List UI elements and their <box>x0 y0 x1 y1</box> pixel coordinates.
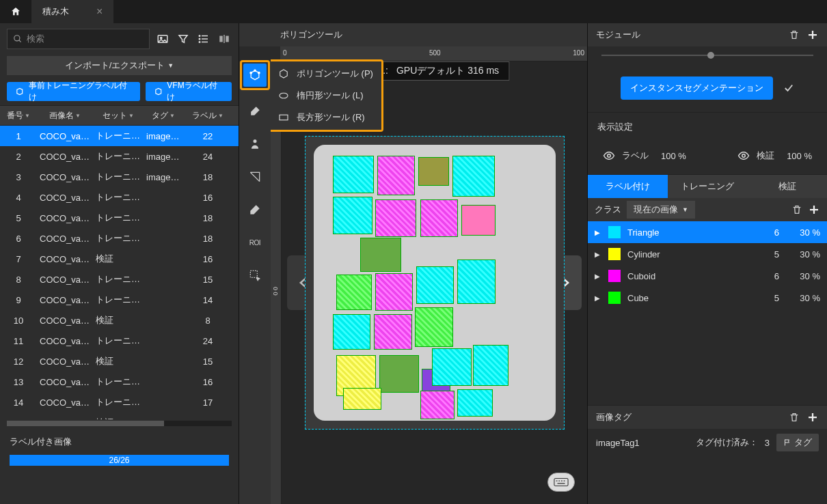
col-set[interactable]: セット▼ <box>93 110 144 122</box>
class-header: クラス 現在の画像 ▼ <box>588 198 827 221</box>
table-row[interactable]: 14COCO_va…トレーニ…17 <box>0 392 239 412</box>
svg-point-3 <box>199 36 200 37</box>
chevron-right-icon: ▶ <box>595 251 601 258</box>
tag-button[interactable]: タグ <box>776 434 819 451</box>
pretrain-label-button[interactable]: 事前トレーニングラベル付け <box>7 82 140 101</box>
module-chip[interactable]: インスタンスセグメンテーション <box>621 76 773 100</box>
table-row[interactable]: 9COCO_va…トレーニ…14 <box>0 290 239 310</box>
table-row[interactable]: 8COCO_va…トレーニ…15 <box>0 269 239 290</box>
tab-label[interactable]: ラベル付け <box>588 175 668 198</box>
polygon-icon <box>154 87 163 96</box>
project-tab[interactable]: 積み木 × <box>31 0 113 23</box>
svg-rect-10 <box>280 115 288 120</box>
class-row[interactable]: ▶Cube530 % <box>588 287 827 309</box>
table-row[interactable]: 10COCO_va…検証8 <box>0 310 239 331</box>
ellipse-icon <box>277 89 290 102</box>
project-tab-label: 積み木 <box>42 5 69 18</box>
keyboard-icon[interactable] <box>547 473 575 492</box>
color-swatch <box>608 292 621 304</box>
close-tab-icon[interactable]: × <box>96 5 103 18</box>
mode-tabs: ラベル付け トレーニング 検証 <box>588 174 827 198</box>
polygon-icon <box>15 87 25 96</box>
search-input[interactable]: 検索 <box>7 29 150 49</box>
popup-ellipse-tool[interactable]: 楕円形ツール (L) <box>271 85 381 107</box>
col-num[interactable]: 番号▼ <box>0 110 37 122</box>
display-label-toggle[interactable]: ラベル 100 % <box>603 150 686 162</box>
vfm-label-button[interactable]: VFMラベル付け <box>146 82 232 101</box>
polygon-tool[interactable] <box>243 64 267 87</box>
table-row[interactable]: 5COCO_va…トレーニ…18 <box>0 208 239 228</box>
list-icon[interactable] <box>196 31 211 46</box>
brush-tool[interactable] <box>243 100 267 123</box>
table-row[interactable]: 11COCO_va…トレーニ…24 <box>0 331 239 351</box>
home-button[interactable] <box>0 0 31 23</box>
center-panel: ポリゴンツール 0 500 100 ポリゴンツール (P) <box>239 23 588 504</box>
horizontal-scrollbar[interactable] <box>7 421 232 426</box>
image-canvas[interactable] <box>305 136 565 430</box>
color-swatch <box>608 270 621 282</box>
svg-point-11 <box>254 139 257 143</box>
image-tag-row[interactable]: imageTag1 タグ付け済み： 3 タグ <box>588 429 827 456</box>
plus-icon[interactable] <box>808 204 820 216</box>
right-panel: モジュール インスタンスセグメンテーション 表示設定 ラベル 100 % <box>588 23 827 504</box>
col-label[interactable]: ラベル▼ <box>183 110 232 122</box>
image-table-body[interactable]: 1COCO_va…トレーニ…image…222COCO_va…トレーニ…imag… <box>0 126 239 419</box>
svg-point-0 <box>14 36 20 41</box>
trash-icon[interactable] <box>791 204 802 215</box>
center-header: ポリゴンツール <box>239 23 587 46</box>
image-tag-header: 画像タグ <box>588 406 827 429</box>
table-row[interactable]: 4COCO_va…トレーニ…16 <box>0 187 239 208</box>
table-row[interactable]: 7COCO_va…検証16 <box>0 249 239 269</box>
tab-verify[interactable]: 検証 <box>747 175 827 198</box>
svg-point-5 <box>199 42 200 43</box>
trash-icon[interactable] <box>789 29 800 40</box>
svg-point-2 <box>161 37 162 38</box>
table-row[interactable]: 2COCO_va…トレーニ…image…24 <box>0 146 239 167</box>
person-tool[interactable] <box>243 132 267 156</box>
class-row[interactable]: ▶Cylinder530 % <box>588 243 827 265</box>
chevron-right-icon: ▶ <box>595 272 601 280</box>
labeled-images-label: ラベル付き画像 <box>10 436 229 448</box>
svg-point-15 <box>742 154 746 158</box>
svg-point-14 <box>608 154 611 158</box>
plus-icon[interactable] <box>806 411 819 423</box>
eraser-tool[interactable] <box>243 198 267 221</box>
ruler-tool[interactable] <box>243 165 267 188</box>
select-tool[interactable] <box>243 264 267 287</box>
filter-icon[interactable] <box>176 31 191 46</box>
tool-popup: ポリゴンツール (P) 楕円形ツール (L) 長方形ツール (R) <box>271 59 383 132</box>
svg-point-6 <box>250 72 252 74</box>
roi-tool[interactable]: ROI <box>243 231 267 254</box>
trash-icon[interactable] <box>789 412 800 423</box>
class-list: ▶Triangle630 %▶Cylinder530 %▶Cuboid630 %… <box>588 221 827 309</box>
import-export-button[interactable]: インポート/エクスポート ▼ <box>7 56 232 75</box>
rectangle-icon <box>277 111 290 124</box>
table-row[interactable]: 3COCO_va…トレーニ…image…18 <box>0 167 239 187</box>
titlebar: 積み木 × <box>0 0 827 23</box>
col-name[interactable]: 画像名▼ <box>37 110 93 122</box>
class-scope-select[interactable]: 現在の画像 ▼ <box>627 201 695 219</box>
table-row[interactable]: 13COCO_va…トレーニ…16 <box>0 372 239 392</box>
popup-rect-tool[interactable]: 長方形ツール (R) <box>271 107 381 128</box>
svg-point-7 <box>254 70 256 72</box>
col-tag[interactable]: タグ▼ <box>144 110 183 122</box>
labeled-progress: 26/26 <box>10 455 229 466</box>
display-verify-toggle[interactable]: 検証 100 % <box>737 150 812 162</box>
svg-point-8 <box>258 72 260 74</box>
mirror-icon[interactable] <box>217 31 232 46</box>
class-row[interactable]: ▶Cuboid630 % <box>588 265 827 287</box>
image-icon[interactable] <box>155 31 170 46</box>
chevron-right-icon: ▶ <box>595 229 601 236</box>
eye-icon <box>603 150 615 162</box>
svg-point-4 <box>199 38 200 40</box>
table-row[interactable]: 15COCO_va…検証14 <box>0 412 239 419</box>
table-row[interactable]: 1COCO_va…トレーニ…image…22 <box>0 126 239 146</box>
svg-rect-12 <box>250 270 257 277</box>
plus-icon[interactable] <box>806 29 819 41</box>
table-row[interactable]: 6COCO_va…トレーニ…18 <box>0 228 239 249</box>
color-swatch <box>608 226 621 238</box>
tab-train[interactable]: トレーニング <box>668 175 748 198</box>
class-row[interactable]: ▶Triangle630 % <box>588 221 827 243</box>
popup-polygon-tool[interactable]: ポリゴンツール (P) <box>271 63 381 85</box>
table-row[interactable]: 12COCO_va…検証15 <box>0 351 239 372</box>
